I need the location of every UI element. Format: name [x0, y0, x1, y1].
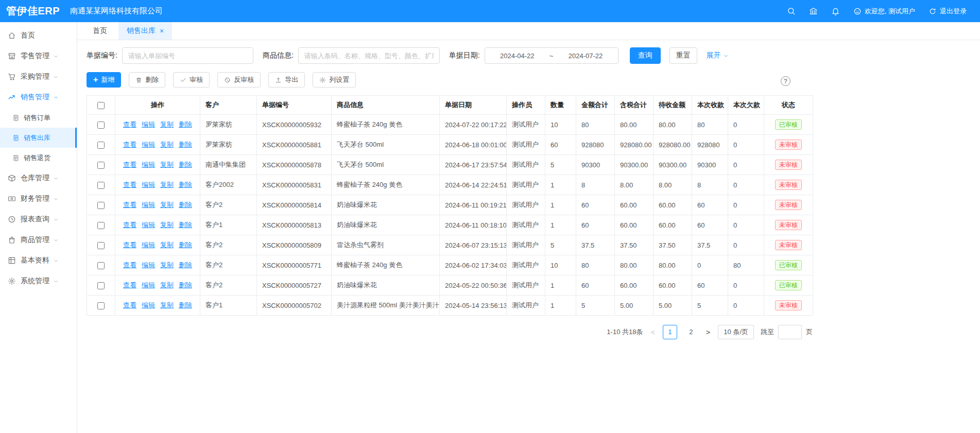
column-settings-button[interactable]: 列设置: [313, 72, 356, 88]
delete-link[interactable]: 删除: [179, 181, 192, 188]
copy-link[interactable]: 复制: [160, 141, 174, 148]
add-button[interactable]: + 新增: [87, 72, 121, 88]
edit-link[interactable]: 编辑: [142, 261, 155, 269]
select-all-checkbox[interactable]: [97, 102, 105, 109]
reset-button[interactable]: 重置: [669, 47, 697, 64]
view-link[interactable]: 查看: [123, 181, 136, 188]
document-icon: [12, 154, 20, 162]
row-checkbox[interactable]: [97, 222, 105, 229]
delete-link[interactable]: 删除: [179, 161, 192, 168]
delete-link[interactable]: 删除: [179, 201, 192, 209]
row-checkbox[interactable]: [97, 282, 105, 289]
view-link[interactable]: 查看: [123, 201, 136, 209]
row-checkbox[interactable]: [97, 162, 105, 169]
receivable-cell: 60.00: [654, 195, 692, 215]
copy-link[interactable]: 复制: [160, 261, 174, 269]
user-welcome[interactable]: 欢迎您, 测试用户: [853, 7, 915, 16]
sidebar-item-sales-outbound[interactable]: 销售出库: [0, 128, 77, 148]
edit-link[interactable]: 编辑: [142, 221, 155, 229]
copy-link[interactable]: 复制: [160, 201, 174, 209]
copy-link[interactable]: 复制: [160, 120, 174, 128]
bell-icon[interactable]: [831, 7, 840, 15]
sidebar-item-retail-mgmt[interactable]: 零售管理: [0, 46, 77, 66]
sidebar-item-system-mgmt[interactable]: 系统管理: [0, 271, 77, 291]
page-1-button[interactable]: 1: [663, 325, 677, 339]
delete-link[interactable]: 删除: [179, 281, 192, 289]
row-checkbox[interactable]: [97, 262, 105, 269]
amount-cell: 928080: [576, 135, 615, 155]
view-link[interactable]: 查看: [123, 241, 136, 249]
view-link[interactable]: 查看: [123, 221, 136, 229]
copy-link[interactable]: 复制: [160, 281, 174, 289]
row-checkbox[interactable]: [97, 122, 105, 129]
copy-link[interactable]: 复制: [160, 161, 174, 168]
next-page-button[interactable]: >: [705, 328, 711, 336]
row-checkbox[interactable]: [97, 142, 105, 149]
copy-link[interactable]: 复制: [160, 181, 174, 188]
search-button[interactable]: 查询: [630, 47, 661, 64]
row-checkbox[interactable]: [97, 242, 105, 249]
page-2-button[interactable]: 2: [684, 325, 698, 339]
edit-link[interactable]: 编辑: [142, 181, 155, 188]
sidebar-item-sales-mgmt[interactable]: 销售管理: [0, 87, 77, 108]
tab-home[interactable]: 首页: [84, 22, 115, 40]
copy-link[interactable]: 复制: [160, 301, 174, 309]
row-checkbox[interactable]: [97, 202, 105, 209]
delete-button[interactable]: 删除: [129, 72, 165, 88]
view-link[interactable]: 查看: [123, 161, 136, 168]
qty-cell: 1: [545, 215, 576, 235]
sidebar-item-product-mgmt[interactable]: 商品管理: [0, 230, 77, 250]
delete-link[interactable]: 删除: [179, 241, 192, 249]
help-icon[interactable]: ?: [781, 76, 790, 86]
delete-link[interactable]: 删除: [179, 120, 192, 128]
delete-link[interactable]: 删除: [179, 261, 192, 269]
search-icon[interactable]: [787, 7, 796, 15]
product-info-input[interactable]: [298, 47, 440, 64]
prev-page-button[interactable]: <: [649, 328, 656, 336]
tab-sales-outbound[interactable]: 销售出库 ×: [118, 22, 172, 40]
edit-link[interactable]: 编辑: [142, 141, 155, 148]
customer-cell: 客户1: [200, 215, 257, 235]
doc-no-input[interactable]: [122, 47, 253, 64]
row-checkbox[interactable]: [97, 302, 105, 309]
sidebar-item-purchase-mgmt[interactable]: 采购管理: [0, 66, 77, 87]
sidebar-item-warehouse-mgmt[interactable]: 仓库管理: [0, 168, 77, 188]
sidebar-item-basic-data[interactable]: 基本资料: [0, 250, 77, 271]
expand-filters-link[interactable]: 展开: [707, 51, 729, 60]
debt-cell: 0: [728, 175, 764, 195]
view-link[interactable]: 查看: [123, 261, 136, 269]
edit-link[interactable]: 编辑: [142, 120, 155, 128]
delete-link[interactable]: 删除: [179, 221, 192, 229]
row-checkbox[interactable]: [97, 182, 105, 189]
status-badge: 未审核: [775, 180, 802, 190]
logout-button[interactable]: 退出登录: [929, 7, 967, 16]
copy-link[interactable]: 复制: [160, 241, 174, 249]
page-size-select[interactable]: 10 条/页: [718, 325, 754, 339]
debt-cell: 0: [728, 215, 764, 235]
view-link[interactable]: 查看: [123, 301, 136, 309]
export-label: 导出: [285, 75, 298, 84]
edit-link[interactable]: 编辑: [142, 281, 155, 289]
sidebar-item-home[interactable]: 首页: [0, 25, 77, 46]
edit-link[interactable]: 编辑: [142, 241, 155, 249]
view-link[interactable]: 查看: [123, 120, 136, 128]
audit-button[interactable]: 审核: [173, 72, 210, 88]
copy-link[interactable]: 复制: [160, 221, 174, 229]
unaudit-button[interactable]: 反审核: [217, 72, 261, 88]
delete-link[interactable]: 删除: [179, 301, 192, 309]
sidebar-item-sales-return[interactable]: 销售退货: [0, 148, 77, 168]
edit-link[interactable]: 编辑: [142, 301, 155, 309]
close-icon[interactable]: ×: [160, 27, 164, 34]
export-button[interactable]: 导出: [268, 72, 305, 88]
sidebar-item-sales-order[interactable]: 销售订单: [0, 108, 77, 128]
delete-link[interactable]: 删除: [179, 141, 192, 148]
sidebar-item-report-query[interactable]: 报表查询: [0, 209, 77, 230]
sidebar-item-finance-mgmt[interactable]: 财务管理: [0, 188, 77, 209]
edit-link[interactable]: 编辑: [142, 201, 155, 209]
home-building-icon[interactable]: [809, 7, 818, 15]
view-link[interactable]: 查看: [123, 281, 136, 289]
date-range-picker[interactable]: 2024-04-22 ~ 2024-07-22: [485, 47, 618, 64]
edit-link[interactable]: 编辑: [142, 161, 155, 168]
view-link[interactable]: 查看: [123, 141, 136, 148]
jump-page-input[interactable]: [778, 325, 802, 339]
